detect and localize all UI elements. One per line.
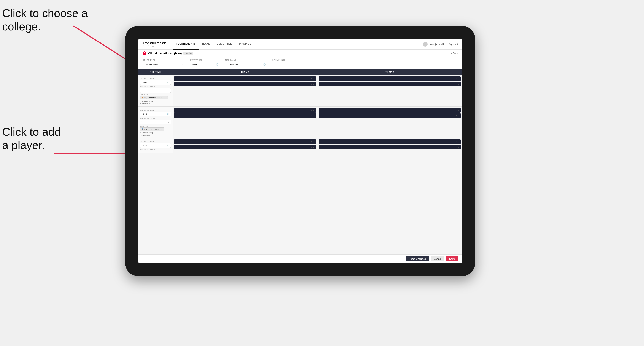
col-team2: Team 2	[318, 69, 462, 75]
intervals-label: Intervals	[224, 59, 268, 61]
starting-hole-label-r3: Starting Hole:	[140, 149, 171, 151]
logo-sub: Powered by clippd	[142, 45, 166, 47]
team1-panel-r2: × ⌄ × ⌄	[173, 107, 318, 138]
sub-header: C Clippd Invitational (Men) Hosting ‹ Ba…	[138, 50, 462, 57]
player-slot-r1-t1-1[interactable]: × ⌄	[174, 76, 316, 81]
logo-area: SCOREBOARD Powered by clippd	[142, 42, 166, 47]
starting-time-label-r2: Starting Time:	[140, 109, 171, 111]
player-slot-x-r3t22: × ⌄	[456, 146, 459, 148]
intervals-group: Intervals 10 Minutes 🕐	[224, 59, 268, 67]
logo-text: SCOREBOARD	[142, 42, 166, 45]
player-slot-r1-t2-2[interactable]: × ⌄	[319, 82, 461, 86]
nav-link-teams[interactable]: Teams	[199, 39, 214, 50]
player-slot-r3-t2-1[interactable]: × ⌄	[319, 139, 461, 144]
nav-links: Tournaments Teams Committee Rankings	[173, 39, 423, 50]
player-slot-x-r3t11: × ⌄	[311, 141, 315, 143]
group-size-input[interactable]: 3 ⌃⌄	[272, 62, 290, 67]
player-slot-r1-t2-1[interactable]: × ⌄	[319, 76, 461, 81]
starting-time-label-r3: Starting Time:	[140, 141, 171, 143]
player-slot-x-r3t21: × ⌄	[456, 141, 459, 143]
save-button[interactable]: Save	[446, 256, 458, 261]
course-name-r2: East Lake GC	[144, 128, 156, 130]
remove-group-r2[interactable]: ○Remove Group	[140, 132, 171, 134]
player-slot-x-r1t11: × ⌄	[311, 78, 315, 80]
remove-group-r1[interactable]: ○Remove Group	[140, 100, 171, 102]
left-panel-row1: Starting Time: 10:00🕐 Starting Hole: 1⌃⌄…	[138, 75, 173, 106]
col-team1: Team 1	[173, 69, 318, 75]
reset-changes-button[interactable]: Reset Changes	[406, 256, 429, 261]
group-size-group: Group Size 3 ⌃⌄	[272, 59, 290, 67]
team1-panel-r3: × ⌄ × ⌄	[173, 138, 318, 153]
annotation-college: Click to choose a college.	[2, 6, 88, 33]
starting-time-input-r3[interactable]: 10:20🕐	[140, 143, 171, 148]
sign-out-link[interactable]: Sign out	[449, 43, 458, 45]
nav-link-rankings[interactable]: Rankings	[235, 39, 254, 50]
player-slot-r2-t2-2[interactable]: × ⌄	[319, 113, 461, 118]
right-panels-r2: × ⌄ × ⌄ × ⌄ × ⌄	[173, 107, 462, 138]
player-slot-r3-t1-2[interactable]: × ⌄	[174, 145, 316, 150]
player-slot-x-r1t22: × ⌄	[456, 83, 459, 85]
nav-link-committee[interactable]: Committee	[214, 39, 235, 50]
start-type-input[interactable]: 1st Tee Start ⌃⌄	[142, 62, 186, 67]
intervals-input[interactable]: 10 Minutes 🕐	[224, 62, 268, 67]
start-type-label: Start Type	[142, 59, 186, 61]
table-row: Starting Time: 10:10🕐 Starting Hole: 1⌃⌄…	[138, 107, 462, 138]
user-email: blair@clippd.io	[429, 43, 445, 45]
player-slot-r2-t1-1[interactable]: × ⌄	[174, 108, 316, 113]
player-slot-r2-t1-2[interactable]: × ⌄	[174, 113, 316, 118]
table-body: Starting Time: 10:00🕐 Starting Hole: 1⌃⌄…	[138, 75, 462, 254]
player-slot-r1-t1-2[interactable]: × ⌄	[174, 82, 316, 86]
event-name: Clippd Invitational	[148, 52, 172, 55]
starting-time-input-r1[interactable]: 10:00🕐	[140, 80, 171, 85]
footer: Reset Changes Cancel Save	[138, 254, 462, 263]
player-slot-r2-t2-1[interactable]: × ⌄	[319, 108, 461, 113]
event-gender: (Men)	[174, 52, 182, 55]
clippd-logo: C	[142, 51, 146, 55]
nav-bar: SCOREBOARD Powered by clippd Tournaments…	[138, 39, 462, 50]
starting-hole-label-r1: Starting Hole:	[140, 86, 171, 88]
back-button[interactable]: ‹ Back	[451, 52, 458, 55]
player-slot-x-r2t21: × ⌄	[456, 109, 459, 111]
player-slot-r3-t2-2[interactable]: × ⌄	[319, 145, 461, 150]
annotation-player: Click to add a player.	[2, 125, 61, 152]
cancel-button[interactable]: Cancel	[431, 256, 444, 261]
col-tee-time: Tee Time	[138, 69, 173, 75]
team2-panel-r1: × ⌄ × ⌄	[318, 75, 462, 106]
course-tag-r1[interactable]: 🏌 (A) Peachtree GC × ⌃⌄	[140, 96, 168, 99]
start-type-group: Start Type 1st Tee Start ⌃⌄	[142, 59, 186, 67]
left-panel-row3: Starting Time: 10:20🕐 Starting Hole:	[138, 138, 173, 153]
starting-hole-label-r2: Starting Hole:	[140, 117, 171, 119]
remove-course-r2[interactable]: ×	[158, 128, 158, 130]
course-label-r2: Course:	[140, 125, 171, 127]
course-tag-icon-r2: ⌃⌄	[160, 128, 163, 130]
course-tag-r2[interactable]: 🏌 East Lake GC × ⌃⌄	[140, 128, 164, 131]
course-tag-icon-r1: ⌃⌄	[163, 97, 166, 99]
starting-time-label-r1: Starting Time:	[140, 78, 171, 80]
player-slot-r3-t1-1[interactable]: × ⌄	[174, 139, 316, 144]
course-label-r1: Course:	[140, 94, 171, 96]
start-time-group: Start Time 10:00 🕐	[190, 59, 220, 67]
add-group-r2[interactable]: +Add Group	[140, 134, 171, 136]
starting-hole-input-r2[interactable]: 1⌃⌄	[140, 120, 171, 124]
player-slot-x-r2t11: × ⌄	[311, 109, 315, 111]
table-header: Tee Time Team 1 Team 2	[138, 69, 462, 75]
controls-row: Start Type 1st Tee Start ⌃⌄ Start Time 1…	[138, 57, 462, 69]
nav-link-tournaments[interactable]: Tournaments	[173, 39, 199, 50]
hosting-badge: Hosting	[183, 52, 193, 55]
remove-course-r1[interactable]: ×	[161, 97, 162, 99]
start-time-input[interactable]: 10:00 🕐	[190, 62, 220, 67]
tablet-screen: SCOREBOARD Powered by clippd Tournaments…	[138, 39, 462, 263]
team1-panel-r1: × ⌄ × ⌄	[173, 75, 318, 106]
table-row: Starting Time: 10:20🕐 Starting Hole: × ⌄	[138, 138, 462, 153]
player-slot-x-r2t22: × ⌄	[456, 115, 459, 117]
player-slot-x-r1t21: × ⌄	[456, 78, 459, 80]
main-content: Tee Time Team 1 Team 2 Starting Time: 10…	[138, 69, 462, 254]
right-panels-r3: × ⌄ × ⌄ × ⌄ × ⌄	[173, 138, 462, 153]
starting-time-input-r2[interactable]: 10:10🕐	[140, 112, 171, 116]
event-title: C Clippd Invitational (Men) Hosting	[142, 51, 193, 55]
user-avatar	[423, 42, 428, 47]
right-panels-r1: × ⌄ × ⌄ × ⌄ × ⌄	[173, 75, 462, 106]
starting-hole-input-r1[interactable]: 1⌃⌄	[140, 88, 171, 93]
add-group-r1[interactable]: +Add Group	[140, 103, 171, 105]
player-slot-x-r1t12: × ⌄	[311, 83, 315, 85]
